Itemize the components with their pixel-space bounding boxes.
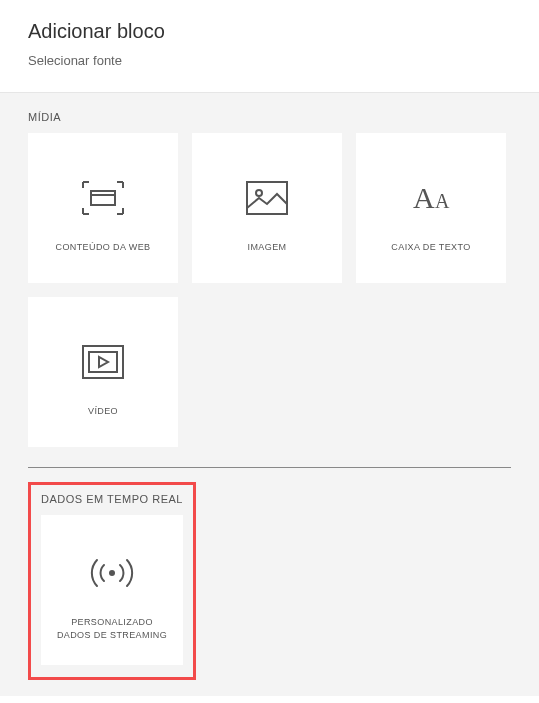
svg-point-8 (109, 570, 115, 576)
tile-caption: VÍDEO (80, 405, 126, 418)
tile-image[interactable]: IMAGEM (192, 133, 342, 283)
image-icon (245, 163, 289, 233)
media-row-1: CONTEÚDO DA WEB IMAGEM (28, 133, 511, 283)
svg-text:A: A (435, 190, 450, 212)
tile-caption: CAIXA DE TEXTO (383, 241, 478, 254)
panel-header: Adicionar bloco Selecionar fonte (0, 0, 539, 93)
tile-video[interactable]: VÍDEO (28, 297, 178, 447)
svg-point-3 (256, 190, 262, 196)
realtime-highlight: DADOS EM TEMPO REAL PERSONALIZAD (28, 482, 196, 680)
tile-streaming-data[interactable]: PERSONALIZADO DADOS DE STREAMING (41, 515, 183, 665)
svg-text:A: A (413, 181, 435, 214)
tile-caption: PERSONALIZADO DADOS DE STREAMING (49, 616, 175, 641)
svg-rect-0 (91, 191, 115, 205)
tile-textbox[interactable]: A A CAIXA DE TEXTO (356, 133, 506, 283)
tile-caption: IMAGEM (240, 241, 295, 254)
panel-body: MÍDIA CONTEÚDO (0, 93, 539, 696)
panel-title: Adicionar bloco (28, 20, 511, 43)
add-tile-panel: Adicionar bloco Selecionar fonte MÍDIA (0, 0, 539, 703)
svg-rect-7 (89, 352, 117, 372)
video-icon (81, 327, 125, 397)
textbox-icon: A A (405, 163, 457, 233)
section-label-media: MÍDIA (28, 111, 511, 123)
section-divider (28, 467, 511, 468)
panel-subtitle: Selecionar fonte (28, 53, 511, 68)
section-label-realtime: DADOS EM TEMPO REAL (41, 493, 183, 505)
tile-caption: CONTEÚDO DA WEB (47, 241, 158, 254)
media-row-2: VÍDEO (28, 297, 511, 447)
tile-web-content[interactable]: CONTEÚDO DA WEB (28, 133, 178, 283)
web-content-icon (79, 163, 127, 233)
caption-line-2: DADOS DE STREAMING (57, 629, 167, 642)
streaming-icon (84, 538, 140, 608)
caption-line-1: PERSONALIZADO (57, 616, 167, 629)
